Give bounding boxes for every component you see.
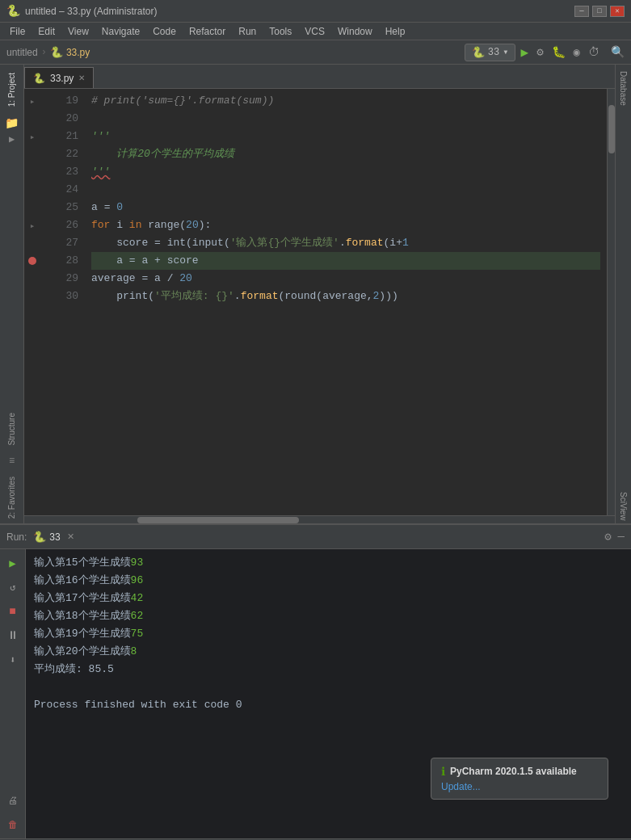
code-line-24 <box>91 181 600 199</box>
notification-update-link[interactable]: Update... <box>441 781 481 792</box>
app-icon: 🐍 <box>6 4 20 18</box>
hscrollbar-thumb[interactable] <box>137 517 299 523</box>
right-tab-database[interactable]: Database <box>618 68 629 109</box>
vscrollbar-thumb[interactable] <box>608 105 615 153</box>
maximize-button[interactable]: □ <box>592 6 607 17</box>
editor-gutter: ▸ ▸ ▸ <box>24 89 40 515</box>
menu-window[interactable]: Window <box>331 23 379 40</box>
window-title: untitled – 33.py (Administrator) <box>25 6 157 17</box>
code-line-empty-5 <box>91 376 600 394</box>
chevron-down-icon: ▾ <box>503 46 508 58</box>
code-line-19: # print('sum={}'.format(sum)) <box>91 92 600 110</box>
notification-bubble: ℹ PyCharm 2020.1.5 available Update... <box>431 758 608 800</box>
menu-navigate[interactable]: Navigate <box>95 23 146 40</box>
menu-edit[interactable]: Edit <box>32 23 61 40</box>
code-line-28: a = a + score <box>91 252 600 270</box>
code-line-21: ''' <box>91 128 600 145</box>
code-line-27: score = int(input('输入第{}个学生成绩'.format(i+… <box>91 234 600 252</box>
menu-view[interactable]: View <box>61 23 95 40</box>
run-print-button[interactable]: 🖨 <box>4 792 22 809</box>
code-area[interactable]: # print('sum={}'.format(sum)) ''' 计算20个学… <box>85 89 607 515</box>
tab-close-button[interactable]: ✕ <box>78 74 85 82</box>
gutter-cell-30 <box>24 288 40 305</box>
run-scroll-button[interactable]: ⬇ <box>4 651 22 669</box>
run-configuration-selector[interactable]: 🐍 33 ▾ <box>465 44 516 61</box>
run-play-button[interactable]: ▶ <box>4 554 22 572</box>
breadcrumb-untitled[interactable]: untitled <box>6 47 38 58</box>
sidebar-tab-project[interactable]: 1: Project <box>6 68 18 111</box>
sidebar-icon-folder[interactable]: 📁 <box>5 116 19 130</box>
gutter-cell-28 <box>24 252 40 270</box>
editor-tab-bar: 🐍 33.py ✕ <box>24 65 615 89</box>
code-line-26: for i in range(20): <box>91 216 600 234</box>
sidebar-tab-favorites[interactable]: 2: Favorites <box>6 472 18 523</box>
menu-file[interactable]: File <box>3 23 32 40</box>
menu-tools[interactable]: Tools <box>263 23 298 40</box>
menu-run[interactable]: Run <box>232 23 263 40</box>
menu-refactor[interactable]: Refactor <box>183 23 232 40</box>
notification-icon: ℹ <box>441 765 445 778</box>
menu-help[interactable]: Help <box>379 23 412 40</box>
right-tab-sciview[interactable]: SciView <box>618 489 629 523</box>
notification-title-row: ℹ PyCharm 2020.1.5 available <box>441 765 598 778</box>
navbar: untitled › 🐍 33.py 🐍 33 ▾ ▶ ⚙ 🐛 ◉ ⏱ 🔍 <box>0 40 631 65</box>
minimize-button[interactable]: — <box>574 6 589 17</box>
gutter-cell-21: ▸ <box>24 128 40 145</box>
code-line-22: 计算20个学生的平均成绩 <box>91 145 600 163</box>
output-empty-line <box>34 678 623 696</box>
run-sidebar-controls: ▶ ↺ ■ ⏸ ⬇ 🖨 🗑 <box>0 549 26 838</box>
gutter-cell-27 <box>24 234 40 252</box>
output-line-4: 输入第18个学生成绩62 <box>34 607 623 625</box>
titlebar: 🐍 untitled – 33.py (Administrator) — □ ✕ <box>0 0 631 23</box>
code-line-empty-6 <box>91 394 600 412</box>
menu-code[interactable]: Code <box>146 23 183 40</box>
sidebar-tab-structure[interactable]: Structure <box>6 408 18 451</box>
run-panel-controls: ⚙ — <box>604 530 625 544</box>
code-line-23: ''' <box>91 163 600 181</box>
editor-hscrollbar[interactable] <box>24 515 615 523</box>
code-line-empty-4 <box>91 359 600 376</box>
gutter-cell-22 <box>24 145 40 163</box>
coverage-button[interactable]: ◉ <box>574 45 580 59</box>
search-everywhere-button[interactable]: 🔍 <box>611 45 625 59</box>
run-label: Run: <box>6 531 27 543</box>
code-line-empty-3 <box>91 341 600 359</box>
sidebar-icon-expand[interactable]: ▶ <box>5 133 19 145</box>
run-panel: Run: 🐍 33 ✕ ⚙ — ▶ ↺ ■ ⏸ ⬇ 🖨 🗑 输入第15个学生成绩… <box>0 523 631 838</box>
editor-tab-file[interactable]: 🐍 33.py ✕ <box>24 67 94 88</box>
sidebar-icon-structure[interactable]: ≡ <box>9 456 15 467</box>
window-controls: — □ ✕ <box>574 6 625 17</box>
run-button[interactable]: ▶ <box>520 44 528 61</box>
run-settings-icon[interactable]: ⚙ <box>604 530 611 544</box>
left-sidebar: 1: Project 📁 ▶ Structure ≡ 2: Favorites <box>0 65 24 523</box>
build-button[interactable]: ⚙ <box>536 45 543 59</box>
menubar: File Edit View Navigate Code Refactor Ru… <box>0 23 631 40</box>
run-tab-close-button[interactable]: ✕ <box>67 531 74 542</box>
debug-button[interactable]: 🐛 <box>552 45 566 59</box>
output-line-2: 输入第16个学生成绩96 <box>34 572 623 590</box>
breadcrumb-file[interactable]: 🐍 33.py <box>50 46 90 58</box>
run-stop-button[interactable]: ■ <box>4 603 22 620</box>
profile-button[interactable]: ⏱ <box>588 46 599 59</box>
output-line-6: 输入第20个学生成绩8 <box>34 643 623 661</box>
editor-vscrollbar[interactable] <box>607 89 615 515</box>
run-tab-bar: Run: 🐍 33 ✕ ⚙ — <box>0 525 631 549</box>
gutter-cell-20 <box>24 110 40 128</box>
menu-vcs[interactable]: VCS <box>298 23 331 40</box>
run-minimize-icon[interactable]: — <box>618 530 625 544</box>
output-result-line: 平均成绩: 85.5 <box>34 661 623 678</box>
output-line-1: 输入第15个学生成绩93 <box>34 554 623 572</box>
close-button[interactable]: ✕ <box>610 6 625 17</box>
run-clear-button[interactable]: 🗑 <box>4 816 22 834</box>
gutter-cell-26: ▸ <box>24 216 40 234</box>
run-config-area: 🐍 33 ▾ ▶ ⚙ 🐛 ◉ ⏱ 🔍 <box>465 44 625 61</box>
notification-title: PyCharm 2020.1.5 available <box>450 766 577 777</box>
breadcrumb-separator: › <box>41 47 47 58</box>
line-numbers: 19 20 21 22 23 24 25 26 27 28 29 30 <box>40 89 85 515</box>
code-line-30: print('平均成绩: {}'.format(round(average,2)… <box>91 288 600 305</box>
run-pause-button[interactable]: ⏸ <box>4 627 22 645</box>
editor-container: 🐍 33.py ✕ ▸ ▸ ▸ <box>24 65 615 523</box>
run-tab-active[interactable]: 🐍 33 ✕ <box>33 531 74 543</box>
run-rerun-button[interactable]: ↺ <box>4 578 22 596</box>
main-area: 1: Project 📁 ▶ Structure ≡ 2: Favorites … <box>0 65 631 523</box>
